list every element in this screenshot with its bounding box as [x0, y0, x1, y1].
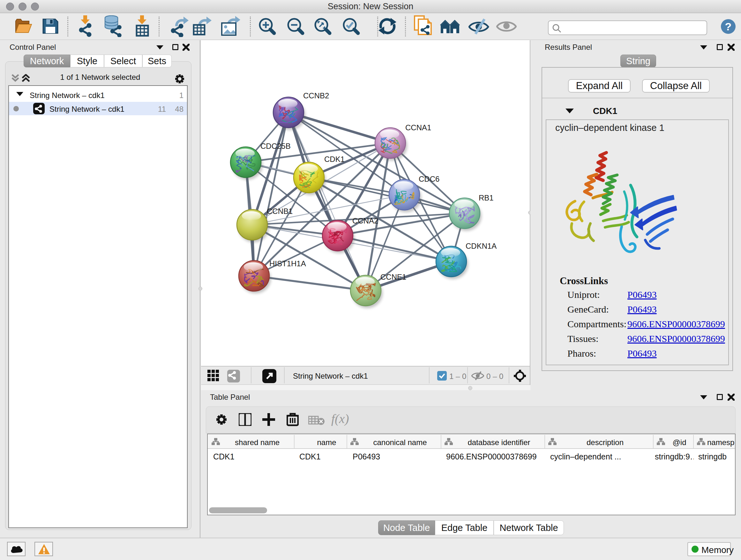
svg-text:CCNE1: CCNE1: [381, 273, 406, 281]
svg-text:CCNA2: CCNA2: [352, 216, 378, 225]
svg-text:CDC25B: CDC25B: [260, 142, 291, 150]
svg-text:CDC6: CDC6: [419, 175, 440, 183]
svg-text:CCNB1: CCNB1: [267, 207, 293, 215]
svg-text:CCNB2: CCNB2: [303, 91, 329, 100]
svg-text:RB1: RB1: [479, 193, 494, 202]
svg-text:HIST1H1A: HIST1H1A: [269, 259, 306, 268]
svg-text:CCNA1: CCNA1: [405, 123, 431, 132]
svg-text:CDKN1A: CDKN1A: [466, 242, 496, 250]
svg-text:CDK1: CDK1: [324, 155, 345, 164]
